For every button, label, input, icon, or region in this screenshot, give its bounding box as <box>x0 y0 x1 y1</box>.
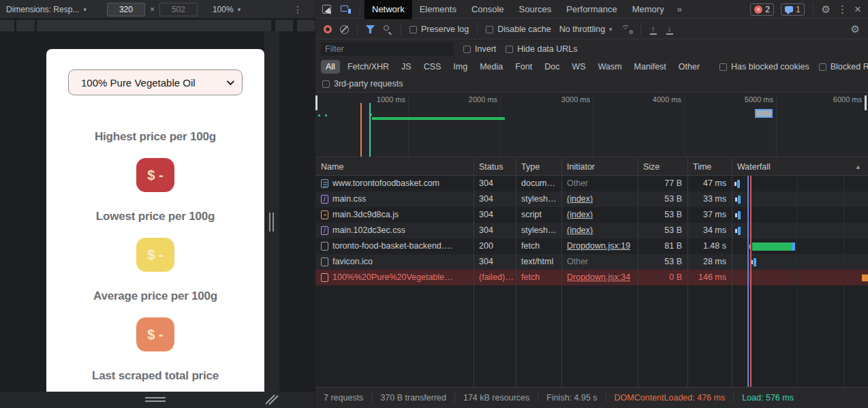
height-input[interactable] <box>159 3 198 16</box>
chip-font[interactable]: Font <box>510 60 537 74</box>
error-count: 2 <box>765 5 770 14</box>
tab-elements[interactable]: Elements <box>412 0 464 19</box>
filter-toggle-icon[interactable] <box>366 25 375 33</box>
network-toolbar: Preserve log Disable cache No throttling… <box>315 20 868 40</box>
chip-other[interactable]: Other <box>674 60 704 74</box>
chip-doc[interactable]: Doc <box>540 60 564 74</box>
chip-ws[interactable]: WS <box>567 60 590 74</box>
disable-cache-checkbox[interactable]: Disable cache <box>486 25 551 34</box>
waterfall-bar <box>862 274 868 281</box>
product-select[interactable]: 100% Pure Vegetable Oil <box>68 69 243 95</box>
device-emulation-pane: Dimensions: Resp... ▾ × 100% ▾ ⋮ 100% Pu… <box>0 0 315 408</box>
price-card-average-price-per-100g: Average price per 100g$ - <box>93 289 217 351</box>
network-conditions-icon[interactable]: ⚙ <box>621 25 632 34</box>
initiator-link[interactable]: Dropdown.jsx:19 <box>567 241 630 251</box>
record-button[interactable] <box>324 25 332 33</box>
filter-input[interactable] <box>321 42 454 56</box>
import-har-icon[interactable]: ↑ <box>649 25 657 35</box>
column-header-type[interactable]: Type <box>516 158 561 176</box>
tab-console[interactable]: Console <box>464 0 512 19</box>
request-name-cell: favicon.ico <box>315 254 474 270</box>
waterfall-bar <box>754 258 756 266</box>
preserve-log-checkbox[interactable]: Preserve log <box>409 25 469 34</box>
invert-checkbox[interactable]: Invert <box>463 44 496 54</box>
price-card-highest-price-per-100g: Highest price per 100g$ - <box>95 130 216 192</box>
timeline-tick-label: 6000 ms <box>833 95 862 104</box>
has-blocked-cookies-checkbox[interactable]: Has blocked cookies <box>719 62 809 72</box>
tab-memory[interactable]: Memory <box>625 0 672 19</box>
dimensions-dropdown[interactable]: Dimensions: Resp... ▾ <box>6 5 87 14</box>
tab-performance[interactable]: Performance <box>559 0 624 19</box>
preserve-log-label: Preserve log <box>421 25 469 34</box>
disable-cache-label: Disable cache <box>497 25 551 34</box>
waterfall-bar <box>751 260 753 264</box>
overview-request-dot <box>318 114 320 116</box>
js-file-icon <box>321 210 328 219</box>
inspect-element-icon[interactable] <box>322 5 331 14</box>
request-row[interactable]: www.torontofoodbasket.com304docum…Other7… <box>315 176 868 191</box>
throttling-dropdown[interactable]: No throttling ▾ <box>559 25 613 34</box>
chip-js[interactable]: JS <box>397 60 416 74</box>
column-header-initiator[interactable]: Initiator <box>561 158 638 176</box>
column-header-time[interactable]: Time <box>687 158 732 176</box>
chip-img[interactable]: Img <box>448 60 472 74</box>
request-row[interactable]: main.3dc9d8ca.js304script(index)53 B37 m… <box>315 207 868 223</box>
error-count-badge[interactable]: × 2 <box>750 3 774 16</box>
search-icon[interactable] <box>383 25 392 34</box>
chip-css[interactable]: CSS <box>419 60 446 74</box>
device-scroll-strip[interactable] <box>0 20 315 31</box>
times-separator: × <box>150 5 155 14</box>
separator <box>477 23 478 35</box>
overview-screenshot-thumb[interactable] <box>755 109 773 118</box>
overview-request-bar <box>372 117 505 120</box>
viewport-height-drag-handle[interactable] <box>145 397 166 403</box>
zoom-dropdown[interactable]: 100% ▾ <box>213 5 241 14</box>
blocked-requests-checkbox[interactable]: Blocked Requests <box>819 62 868 72</box>
initiator-link[interactable]: (index) <box>567 194 593 204</box>
overview-range-handle[interactable] <box>865 95 867 110</box>
request-waterfall-cell <box>732 254 868 270</box>
chip-fetch-xhr[interactable]: Fetch/XHR <box>343 60 394 74</box>
handle-glyph <box>388 31 392 35</box>
viewport-width-drag-handle[interactable] <box>269 213 275 232</box>
column-header-waterfall[interactable]: Waterfall▲ <box>732 158 868 176</box>
chip-wasm[interactable]: Wasm <box>593 60 627 74</box>
width-input[interactable] <box>107 3 145 16</box>
clear-button[interactable] <box>340 25 349 34</box>
network-settings-gear-icon[interactable]: ⚙ <box>851 23 860 35</box>
chip-manifest[interactable]: Manifest <box>630 60 671 74</box>
column-header-status[interactable]: Status <box>474 158 516 176</box>
request-row[interactable]: toronto-food-basket-backend….200fetchDro… <box>315 238 868 254</box>
close-icon[interactable]: × <box>854 3 861 16</box>
initiator-link[interactable]: (index) <box>567 225 593 235</box>
viewport-corner-drag-handle[interactable] <box>266 394 278 405</box>
third-party-checkbox[interactable]: 3rd-party requests <box>322 79 403 89</box>
price-card-last-scraped-total-price: Last scraped total price$ - <box>92 369 219 392</box>
request-row[interactable]: favicon.ico304text/htmlOther53 B28 ms <box>315 254 868 270</box>
hide-data-urls-checkbox[interactable]: Hide data URLs <box>506 44 577 54</box>
initiator-link[interactable]: Dropdown.jsx:34 <box>567 272 630 282</box>
column-header-size[interactable]: Size <box>638 158 687 176</box>
issues-count-badge[interactable]: 1 <box>781 3 805 16</box>
initiator-link[interactable]: (index) <box>567 210 593 219</box>
column-header-name[interactable]: Name <box>315 158 474 176</box>
request-row[interactable]: 100%%20Pure%20Vegetable…(failed)…fetchDr… <box>315 270 868 285</box>
chip-all[interactable]: All <box>321 60 340 74</box>
device-toolbar-menu-icon[interactable]: ⋮ <box>293 4 303 15</box>
tab-network[interactable]: Network <box>365 0 412 19</box>
request-type-cell: text/html <box>516 254 561 270</box>
device-toolbar-toggle-icon[interactable] <box>341 5 352 14</box>
devtools-menu-icon[interactable]: ⋮ <box>837 3 848 16</box>
export-har-icon[interactable]: ↓ <box>666 25 674 35</box>
request-row[interactable]: main.css304stylesh…(index)53 B33 ms <box>315 191 868 207</box>
more-tabs-icon[interactable]: » <box>672 4 687 14</box>
wifi-arc <box>623 28 627 32</box>
settings-gear-icon[interactable]: ⚙ <box>822 3 831 16</box>
waterfall-bar <box>792 242 795 251</box>
tab-sources[interactable]: Sources <box>512 0 559 19</box>
timeline-overview[interactable]: 1000 ms2000 ms3000 ms4000 ms5000 ms6000 … <box>315 93 868 157</box>
scroll-segment <box>0 20 14 31</box>
overview-range-handle[interactable] <box>315 95 317 110</box>
chip-media[interactable]: Media <box>475 60 508 74</box>
request-row[interactable]: main.102dc3ec.css304stylesh…(index)53 B3… <box>315 223 868 238</box>
